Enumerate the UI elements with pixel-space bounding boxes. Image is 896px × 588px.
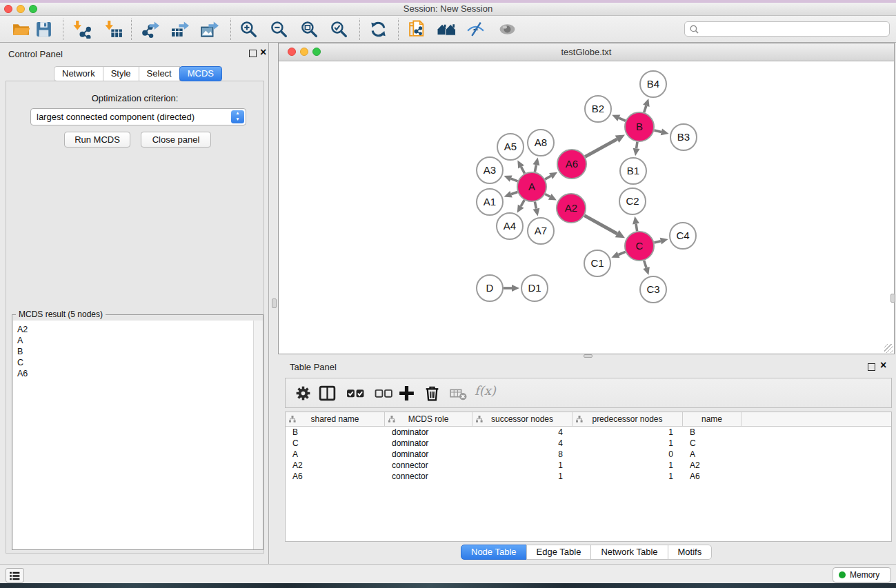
table-cell[interactable]: 1 <box>472 460 573 471</box>
export-image-icon[interactable] <box>200 20 219 39</box>
column-header-mcds-role[interactable]: MCDS role <box>385 412 472 426</box>
edge-A-A7[interactable] <box>535 202 536 209</box>
column-header-name[interactable]: name <box>683 412 741 426</box>
table-cell[interactable]: C <box>286 438 385 449</box>
tab-motifs[interactable]: Motifs <box>668 545 713 560</box>
edge-B-B4[interactable] <box>644 105 646 112</box>
show-eye-icon[interactable] <box>498 20 517 39</box>
edge-C-C1[interactable] <box>619 252 626 254</box>
save-session-icon[interactable] <box>34 20 53 39</box>
criterion-dropdown[interactable]: largest connected component (directed) ▲… <box>30 108 246 125</box>
export-table-icon[interactable] <box>170 20 189 39</box>
edge-C-C4[interactable] <box>654 241 660 243</box>
column-header-successor-nodes[interactable]: successor nodes <box>472 412 573 426</box>
result-item[interactable]: A2 <box>17 324 259 335</box>
select-all-icon[interactable] <box>346 384 365 403</box>
edge-A-A2[interactable] <box>545 194 550 197</box>
network-minimize-button[interactable] <box>300 48 308 56</box>
network-window-titlebar[interactable]: testGlobe.txt <box>279 43 894 61</box>
delete-table-icon[interactable] <box>449 384 468 403</box>
window-close-button[interactable] <box>4 5 12 13</box>
home-layout-icon[interactable] <box>437 20 456 39</box>
table-cell[interactable]: 1 <box>573 438 683 449</box>
column-header-predecessor-nodes[interactable]: predecessor nodes <box>573 412 683 426</box>
vertical-divider-handle[interactable] <box>272 298 277 308</box>
table-cell[interactable]: 0 <box>573 449 683 460</box>
open-session-icon[interactable] <box>12 20 30 39</box>
tab-network[interactable]: Network <box>54 66 103 81</box>
import-network-icon[interactable] <box>73 20 92 39</box>
table-row[interactable]: A2connector11A2 <box>286 460 891 471</box>
mcds-result-list[interactable]: A2ABCA6 <box>13 321 263 549</box>
edge-A-A5[interactable] <box>521 167 525 173</box>
table-cell[interactable]: A2 <box>286 460 385 471</box>
network-zoom-button[interactable] <box>312 48 321 56</box>
split-panel-icon[interactable] <box>318 384 337 403</box>
window-zoom-button[interactable] <box>29 5 37 13</box>
edge-B-B3[interactable] <box>654 130 661 132</box>
tab-edge-table[interactable]: Edge Table <box>526 545 592 560</box>
table-cell[interactable]: A2 <box>683 460 741 471</box>
table-cell[interactable]: B <box>286 427 385 438</box>
edge-C-C2[interactable] <box>636 224 637 232</box>
column-header-shared-name[interactable]: shared name <box>286 412 385 426</box>
tab-mcds[interactable]: MCDS <box>179 66 222 81</box>
edge-A-A6[interactable] <box>545 176 550 179</box>
edge-B-B2[interactable] <box>619 118 626 121</box>
table-settings-gear-icon[interactable] <box>294 384 312 403</box>
table-cell[interactable]: 8 <box>472 449 573 460</box>
table-row[interactable]: Bdominator41B <box>286 427 891 438</box>
table-float-icon[interactable] <box>868 363 875 371</box>
edge-A-A4[interactable] <box>521 200 524 206</box>
table-cell[interactable]: A6 <box>286 471 385 482</box>
search-input[interactable] <box>701 23 886 35</box>
table-cell[interactable]: A <box>286 449 385 460</box>
table-cell[interactable]: 1 <box>573 460 683 471</box>
hide-eye-icon[interactable] <box>466 20 485 39</box>
horizontal-divider-handle[interactable] <box>584 354 593 358</box>
tab-style[interactable]: Style <box>103 66 139 81</box>
delete-column-trash-icon[interactable] <box>423 384 441 403</box>
result-item[interactable]: A6 <box>17 368 259 379</box>
float-panel-icon[interactable] <box>249 50 257 57</box>
table-cell[interactable]: 4 <box>472 427 573 438</box>
function-builder-icon[interactable]: f(x) <box>475 383 496 398</box>
table-cell[interactable]: connector <box>385 460 472 471</box>
refresh-icon[interactable] <box>369 20 388 39</box>
table-row[interactable]: Adominator80A <box>286 449 891 460</box>
result-list-scrollbar[interactable] <box>253 321 263 549</box>
table-cell[interactable]: A <box>683 449 741 460</box>
right-divider-handle[interactable] <box>890 294 895 303</box>
table-cell[interactable]: A6 <box>683 471 741 482</box>
network-graph[interactable]: B4B2BB3A5A8A6A3B1AA1C2A2A4A7C4CC1C3DD1 <box>279 61 894 354</box>
table-cell[interactable]: 1 <box>573 427 683 438</box>
zoom-in-icon[interactable] <box>239 20 258 39</box>
window-minimize-button[interactable] <box>17 5 25 13</box>
zoom-fit-icon[interactable] <box>300 20 319 39</box>
table-cell[interactable]: C <box>683 438 741 449</box>
run-mcds-button[interactable]: Run MCDS <box>64 132 130 148</box>
search-field[interactable] <box>684 21 890 37</box>
table-cell[interactable]: B <box>683 427 741 438</box>
table-close-icon[interactable]: × <box>880 361 886 369</box>
close-panel-icon[interactable]: × <box>260 48 266 57</box>
result-item[interactable]: C <box>17 357 259 368</box>
table-cell[interactable]: 1 <box>573 471 683 482</box>
network-close-button[interactable] <box>288 48 296 56</box>
tab-select[interactable]: Select <box>139 66 180 81</box>
zoom-out-icon[interactable] <box>270 20 288 39</box>
table-cell[interactable]: dominator <box>385 449 472 460</box>
table-cell[interactable]: dominator <box>385 438 472 449</box>
table-row[interactable]: A6connector11A6 <box>286 471 891 482</box>
network-canvas[interactable]: B4B2BB3A5A8A6A3B1AA1C2A2A4A7C4CC1C3DD1 <box>279 61 894 354</box>
zoom-selected-icon[interactable] <box>330 20 348 39</box>
deselect-all-icon[interactable] <box>375 384 393 403</box>
table-cell[interactable]: dominator <box>385 427 472 438</box>
close-panel-button[interactable]: Close panel <box>141 132 211 148</box>
table-row[interactable]: Cdominator41C <box>286 438 891 449</box>
show-panels-button[interactable] <box>6 568 24 582</box>
edge-A-A8[interactable] <box>535 165 536 172</box>
result-item[interactable]: B <box>17 346 259 357</box>
edge-A-A1[interactable] <box>511 192 517 194</box>
tab-node-table[interactable]: Node Table <box>461 545 527 560</box>
